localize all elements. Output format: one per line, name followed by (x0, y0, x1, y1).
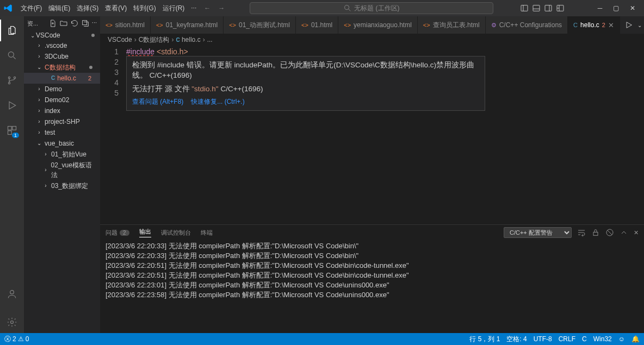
status-errors[interactable]: ⓧ2 ⚠0 (4, 335, 29, 344)
layout-panel-icon[interactable] (532, 4, 541, 12)
tree-item[interactable]: ›.vscode (24, 40, 100, 51)
activity-search[interactable] (0, 45, 24, 66)
code-content[interactable]: #include <stdio.h> 检测到 #include 错误。请更新 i… (124, 46, 644, 224)
editor-body[interactable]: 12345 #include <stdio.h> 检测到 #include 错误… (100, 46, 644, 224)
activity-run-debug[interactable] (0, 95, 24, 116)
refresh-icon[interactable] (70, 19, 79, 28)
panel-tab-output[interactable]: 输出 (139, 228, 151, 237)
close-panel-icon[interactable]: ✕ (634, 229, 639, 236)
status-cursor-position[interactable]: 行 5，列 1 (469, 335, 500, 344)
status-bar: ⓧ2 ⚠0 行 5，列 1 空格: 4 UTF-8 CRLF C Win32 ☺… (0, 333, 644, 345)
tree-item[interactable]: ›project-SHP (24, 116, 100, 127)
run-icon[interactable] (624, 21, 633, 29)
play-bug-icon (7, 100, 17, 111)
editor-tab[interactable]: <>sition.html (100, 16, 151, 34)
status-eol[interactable]: CRLF (559, 335, 575, 344)
tree-item[interactable]: ›02_vue模板语法 (24, 160, 100, 180)
bottom-panel: 问题2 输出 调试控制台 终端 C/C++ 配置警告 ✕ [2023/3/6 2… (100, 224, 644, 333)
collapse-all-icon[interactable] (81, 19, 90, 28)
editor-tab[interactable]: <>01_动画测试.html (224, 16, 296, 34)
editor-tab[interactable]: <>查询员工表.html (418, 16, 486, 34)
tree-item[interactable]: ⌄vue_basic (24, 138, 100, 149)
nav-back-icon[interactable]: ← (201, 4, 214, 12)
line-gutter: 12345 (100, 46, 124, 224)
status-encoding[interactable]: UTF-8 (534, 335, 552, 344)
status-language[interactable]: C (582, 335, 587, 344)
nav-forward-icon[interactable]: → (215, 4, 228, 12)
activity-bar: 1 (0, 16, 24, 333)
quick-fix-link[interactable]: 快速修复... (Ctrl+.) (191, 98, 244, 105)
lock-scroll-icon[interactable] (591, 228, 600, 237)
workspace-root[interactable]: ⌄VSCode (24, 30, 100, 40)
breadcrumb[interactable]: VSCode›C数据结构›C hello.c›... (100, 34, 644, 46)
tree-item[interactable]: ›Demo (24, 84, 100, 95)
menu-文件(F)[interactable]: 文件(F) (17, 2, 45, 15)
editor-tab[interactable]: ⚙C/C++ Configurations (486, 16, 568, 34)
new-file-icon[interactable] (48, 19, 57, 28)
svg-rect-17 (593, 232, 598, 235)
output-body[interactable]: [2023/3/6 22:20:33] 无法使用 compilerPath 解析… (100, 240, 644, 333)
status-target[interactable]: Win32 (593, 335, 612, 344)
tree-item[interactable]: ›Demo02 (24, 95, 100, 105)
svg-point-8 (14, 77, 15, 78)
menu-运行(R)[interactable]: 运行(R) (159, 2, 188, 15)
window-maximize-button[interactable]: ▢ (608, 1, 624, 16)
layout-sidebar-left-icon[interactable] (520, 4, 529, 12)
panel-tab-terminal[interactable]: 终端 (201, 229, 213, 237)
editor-tab[interactable]: Chello.c2✕ (568, 16, 620, 34)
tree-item[interactable]: ›index (24, 105, 100, 116)
vscode-logo-icon (3, 3, 13, 13)
tree-item[interactable]: ›01_初始Vue (24, 149, 100, 160)
new-folder-icon[interactable] (59, 19, 68, 28)
panel-tab-problems[interactable]: 问题2 (106, 229, 129, 237)
chevron-up-icon[interactable] (620, 228, 628, 237)
account-icon (7, 288, 17, 299)
status-feedback-icon[interactable]: ☺ (618, 335, 625, 344)
svg-point-12 (10, 290, 14, 294)
tree-item[interactable]: ›03_数据绑定 (24, 180, 100, 191)
root-label: VSCode (36, 32, 60, 39)
tree-item[interactable]: Chello.c2 (24, 73, 100, 84)
menu-bar: 文件(F)编辑(E)选择(S)查看(V)转到(G)运行(R)··· (17, 2, 200, 15)
more-icon[interactable]: ··· (92, 19, 97, 28)
panel-tab-debug-console[interactable]: 调试控制台 (161, 229, 191, 237)
window-minimize-button[interactable]: ─ (592, 1, 608, 16)
editor-tab[interactable]: <>01.html (296, 16, 338, 34)
activity-explorer[interactable] (0, 20, 24, 41)
tree-item[interactable]: ›test (24, 127, 100, 138)
svg-rect-3 (545, 5, 552, 11)
gear-icon (7, 317, 17, 328)
svg-rect-2 (533, 5, 540, 11)
tree-item[interactable]: ⌄C数据结构 (24, 62, 100, 73)
status-bell-icon[interactable]: 🔔 (631, 335, 640, 344)
svg-point-6 (8, 77, 10, 78)
activity-account[interactable] (0, 283, 24, 305)
editor-tab[interactable]: <>01_keyframe.html (151, 16, 224, 34)
close-tab-icon[interactable]: ✕ (608, 21, 614, 29)
word-wrap-icon[interactable] (577, 228, 586, 237)
menu-转到(G)[interactable]: 转到(G) (130, 2, 159, 15)
menu-选择(S)[interactable]: 选择(S) (73, 2, 102, 15)
menu-···[interactable]: ··· (188, 2, 200, 15)
file-tree: ›.vscode›3DCube⌄C数据结构Chello.c2›Demo›Demo… (24, 40, 100, 191)
editor-tabs: <>sition.html<>01_keyframe.html<>01_动画测试… (100, 16, 644, 34)
clear-output-icon[interactable] (605, 228, 614, 237)
layout-sidebar-right-icon[interactable] (544, 4, 553, 12)
layout-custom-icon[interactable] (556, 4, 565, 12)
view-problem-link[interactable]: 查看问题 (Alt+F8) (132, 98, 183, 105)
tree-item[interactable]: ›3DCube (24, 51, 100, 62)
menu-查看(V)[interactable]: 查看(V) (102, 2, 130, 15)
window-close-button[interactable]: ✕ (624, 1, 641, 16)
search-icon (7, 50, 17, 61)
svg-point-7 (8, 82, 10, 84)
status-spaces[interactable]: 空格: 4 (506, 335, 527, 344)
activity-source-control[interactable] (0, 70, 24, 91)
svg-rect-10 (13, 127, 16, 130)
editor-tab[interactable]: <>yemianxiaoguo.html (338, 16, 418, 34)
search-placeholder: 无标题 (工作区) (354, 4, 399, 13)
activity-extensions[interactable]: 1 (0, 120, 24, 141)
command-center-search[interactable]: 无标题 (工作区) (250, 2, 493, 14)
activity-settings[interactable] (0, 311, 24, 333)
menu-编辑(E)[interactable]: 编辑(E) (45, 2, 73, 15)
output-channel-select[interactable]: C/C++ 配置警告 (504, 227, 572, 238)
